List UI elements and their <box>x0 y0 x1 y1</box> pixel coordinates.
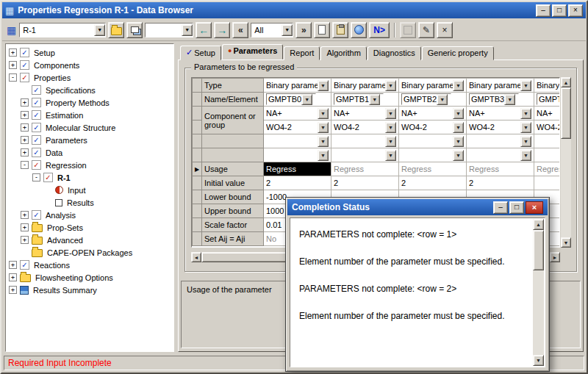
prev-form-button[interactable]: « <box>232 22 248 38</box>
dropdown-cell[interactable]: NA+▼ <box>469 107 531 119</box>
grid-cell[interactable]: Regress <box>534 162 561 176</box>
grid-cell[interactable]: Regress <box>264 162 331 176</box>
clipboard-button[interactable] <box>332 22 348 38</box>
tree-item-property-methods[interactable]: +✓Property Methods <box>6 96 173 109</box>
next-form-button[interactable]: » <box>295 22 312 38</box>
tree-item-data[interactable]: +✓Data <box>6 146 173 159</box>
dropdown-cell[interactable]: GMPTC▼ <box>537 93 560 105</box>
chevron-down-icon[interactable]: ▼ <box>437 94 448 105</box>
row-selector-cell[interactable] <box>193 176 202 190</box>
maximize-button[interactable]: □ <box>552 4 567 17</box>
tree-item-advanced[interactable]: +Advanced <box>6 234 173 246</box>
chevron-down-icon[interactable]: ▼ <box>301 94 312 105</box>
tree-item-cape-open-packages[interactable]: CAPE-OPEN Packages <box>6 246 173 259</box>
tree-item-reactions[interactable]: +✓Reactions <box>6 259 173 271</box>
scroll-down-icon[interactable]: ▼ <box>533 355 544 366</box>
chevron-down-icon[interactable]: ▼ <box>520 136 531 147</box>
expand-icon[interactable]: + <box>9 286 17 294</box>
row-selector-cell[interactable] <box>193 107 202 121</box>
tree-item-parameters[interactable]: +✓Parameters <box>6 134 173 146</box>
grid-cell[interactable]: Regress <box>399 162 467 176</box>
back-button[interactable]: ← <box>196 22 212 38</box>
minimize-button[interactable]: – <box>536 4 551 17</box>
dropdown-cell[interactable]: ▼ <box>469 135 531 147</box>
comments-button[interactable] <box>351 22 367 38</box>
dropdown-cell[interactable]: WO4-2▼ <box>469 121 531 133</box>
dropdown-cell[interactable]: Binary paramete▼ <box>469 79 531 91</box>
row-selector-cell[interactable] <box>193 190 202 204</box>
dialog-close-button[interactable]: × <box>526 201 543 214</box>
tree-item-results[interactable]: Results <box>6 196 173 209</box>
row-pointer-cell[interactable]: ▶ <box>193 162 202 176</box>
dropdown-cell[interactable]: Binary paramete▼ <box>266 79 329 91</box>
dropdown-cell[interactable]: NA+▼ <box>401 107 464 119</box>
chevron-down-icon[interactable]: ▼ <box>520 80 531 91</box>
dropdown-cell[interactable]: ▼ <box>537 149 560 161</box>
tree-item-molecular-structure[interactable]: +✓Molecular Structure <box>6 121 173 134</box>
grid-cell[interactable]: 2 <box>264 176 331 190</box>
chevron-down-icon[interactable]: ▼ <box>385 136 396 147</box>
dropdown-cell[interactable]: ▼ <box>334 135 396 147</box>
dropdown-cell[interactable]: NA+▼ <box>334 107 396 119</box>
expand-icon[interactable]: + <box>21 111 29 119</box>
grid-cell[interactable]: NA+▼ <box>331 107 399 121</box>
grid-cell[interactable]: WO4-2▼ <box>331 121 399 134</box>
grid-cell[interactable]: NA+▼ <box>264 107 331 121</box>
chevron-down-icon[interactable]: ▼ <box>504 94 515 105</box>
dialog-maximize-button[interactable]: □ <box>509 201 524 214</box>
dropdown-cell[interactable]: GMPTB2▼ <box>401 93 451 105</box>
dropdown-cell[interactable]: ▼ <box>401 135 464 147</box>
chevron-down-icon[interactable]: ▼ <box>520 108 531 119</box>
dropdown-cell[interactable]: Binary pa▼ <box>537 79 560 91</box>
row-selector-cell[interactable] <box>193 93 202 107</box>
tab-generic-property[interactable]: Generic property <box>422 46 494 60</box>
grid-cell[interactable]: WO4-2▼ <box>264 121 331 134</box>
collapse-icon[interactable]: - <box>32 173 40 181</box>
tab-report[interactable]: Report <box>284 46 320 60</box>
tree-item-analysis[interactable]: +✓Analysis <box>6 209 173 221</box>
chevron-down-icon[interactable]: ▼ <box>369 94 380 105</box>
dialog-minimize-button[interactable]: – <box>493 201 508 214</box>
grid-cell[interactable]: ▼ <box>331 148 399 162</box>
scroll-left-icon[interactable]: ◄ <box>191 252 201 262</box>
filter-combo[interactable]: All ▼ <box>251 23 293 37</box>
next-input-button[interactable]: N> <box>369 22 390 38</box>
grid-cell[interactable]: 2 <box>399 176 467 190</box>
chevron-down-icon[interactable]: ▼ <box>453 108 464 119</box>
grid-cell[interactable]: WO4-2▼ <box>399 121 467 134</box>
new-button[interactable] <box>314 22 330 38</box>
titlebar[interactable]: ▦ Properties Regression R-1 - Data Brows… <box>2 2 586 18</box>
dropdown-cell[interactable]: ▼ <box>334 149 396 161</box>
grid-cell[interactable]: Binary paramete▼ <box>399 79 467 93</box>
grid-cell[interactable] <box>534 176 561 190</box>
grid-cell[interactable]: Regress <box>467 162 534 176</box>
expand-icon[interactable]: + <box>21 223 29 231</box>
dropdown-cell[interactable]: NA+▼ <box>266 107 329 119</box>
tab-algorithm[interactable]: Algorithm <box>320 46 366 60</box>
tile-windows-button[interactable] <box>126 22 143 38</box>
tree-item-flowsheeting-options[interactable]: +Flowsheeting Options <box>6 271 173 284</box>
scroll-thumb[interactable] <box>533 230 544 270</box>
expand-icon[interactable]: + <box>9 261 17 269</box>
grid-cell[interactable]: GMPTB3▼ <box>467 93 534 107</box>
close-button[interactable]: × <box>568 4 583 17</box>
grid-cell[interactable]: ▼ <box>399 148 467 162</box>
grid-cell[interactable]: NA+▼ <box>399 107 467 121</box>
expand-icon[interactable]: + <box>21 98 29 107</box>
expand-icon[interactable]: + <box>21 136 29 144</box>
parent-folder-button[interactable] <box>108 22 124 38</box>
tab-setup[interactable]: ✓Setup <box>180 46 221 60</box>
tree-item-estimation[interactable]: +✓Estimation <box>6 109 173 121</box>
chevron-down-icon[interactable]: ▼ <box>520 150 531 161</box>
dropdown-cell[interactable]: ▼ <box>537 135 560 147</box>
data-browser-icon[interactable]: ▦ <box>7 24 16 36</box>
grid-cell[interactable]: Binary pa▼ <box>534 79 561 93</box>
expand-icon[interactable]: + <box>9 61 17 69</box>
grid-cell[interactable]: 2 <box>467 176 534 190</box>
chevron-down-icon[interactable]: ▼ <box>318 122 329 133</box>
expand-icon[interactable]: + <box>9 48 17 57</box>
grid-cell[interactable]: GMPTC▼ <box>534 93 561 107</box>
tree-item-properties[interactable]: -✓Properties <box>6 71 173 84</box>
scroll-down-icon[interactable]: ▼ <box>561 237 571 248</box>
row-selector-cell[interactable] <box>193 134 202 148</box>
